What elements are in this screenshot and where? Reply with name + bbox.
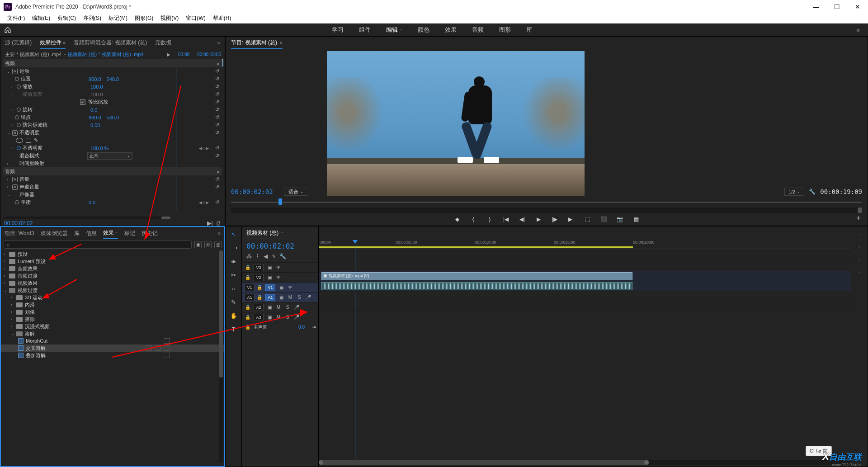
folder-immersive[interactable]: ›沉浸式视频: [1, 323, 224, 330]
step-forward-icon[interactable]: |▶: [551, 216, 558, 223]
reset-icon[interactable]: ↺: [215, 91, 219, 97]
menu-file[interactable]: 文件(F): [4, 14, 28, 22]
fx-cross-dissolve[interactable]: 交叉溶解: [1, 344, 224, 352]
workspace-learn[interactable]: 学习: [332, 24, 344, 36]
hamburger-icon[interactable]: ≡: [278, 40, 283, 45]
effects-search-input[interactable]: ⌕: [4, 241, 192, 249]
prop-rotation[interactable]: ›旋转0.0↺: [3, 106, 222, 113]
prop-antiflicker[interactable]: ›防闪烁滤镜0.00↺: [3, 121, 222, 129]
fx-morphcut[interactable]: MorphCut: [1, 337, 224, 344]
wrench-icon[interactable]: 🔧: [279, 253, 286, 259]
reset-icon[interactable]: ↺: [215, 122, 219, 128]
program-zoom-bar[interactable]: [231, 208, 862, 213]
collapse-icon[interactable]: ▲: [216, 169, 220, 174]
track-v3[interactable]: [319, 251, 851, 261]
menu-clip[interactable]: 剪辑(C): [54, 14, 80, 22]
home-icon[interactable]: [4, 26, 12, 33]
track-header-a1[interactable]: A1🔒A1▣MS🎤: [242, 292, 318, 302]
workspace-libraries[interactable]: 库: [526, 24, 532, 36]
prop-balance[interactable]: 平衡0.0◀ ◇ ▶↺: [3, 198, 222, 206]
toggle-output-icon[interactable]: ▣: [278, 284, 284, 291]
reset-icon[interactable]: ↺: [215, 153, 219, 159]
prop-uniform-scale[interactable]: ✓等比缩放↺: [3, 98, 222, 106]
ec-timecode[interactable]: 00:00:02:02: [4, 220, 33, 226]
razor-tool-icon[interactable]: ✂: [230, 271, 238, 279]
menu-help[interactable]: 帮助(H): [209, 14, 235, 22]
linked-selection-icon[interactable]: ⌇: [256, 253, 259, 259]
workspace-graphics[interactable]: 图形: [499, 24, 511, 36]
lift-icon[interactable]: ⬚: [584, 216, 591, 223]
fx-time-remap-row[interactable]: ›时间重映射: [3, 160, 222, 167]
reset-icon[interactable]: ↺: [215, 76, 219, 82]
mark-in-icon[interactable]: {: [470, 216, 477, 223]
audio-clip[interactable]: [321, 282, 632, 290]
minimize-button[interactable]: —: [806, 0, 826, 14]
reset-icon[interactable]: ↺: [215, 130, 219, 136]
folder-audio-effects[interactable]: ›音频效果: [1, 265, 224, 272]
program-video-display[interactable]: [327, 51, 585, 196]
workspace-assembly[interactable]: 组件: [359, 24, 371, 36]
fx-motion-row[interactable]: ⌄fx运动↺: [3, 67, 222, 75]
track-a3[interactable]: [319, 301, 851, 311]
rect-mask-icon[interactable]: [26, 138, 31, 143]
tab-sequence[interactable]: 视频素材 (总) ≡: [246, 227, 284, 239]
share-icon[interactable]: ⎙: [217, 220, 220, 226]
tab-info[interactable]: 信息: [86, 228, 97, 239]
voice-icon[interactable]: 🎤: [305, 294, 311, 301]
prop-scale[interactable]: ›缩放100.0↺: [3, 83, 222, 90]
lock-icon[interactable]: 🔒: [256, 294, 263, 301]
folder-iris[interactable]: ›划像: [1, 308, 224, 316]
lock-icon[interactable]: 🔒: [245, 304, 251, 311]
settings-icon[interactable]: ٩: [272, 253, 275, 259]
track-a1[interactable]: [319, 281, 851, 291]
tab-program[interactable]: 节目: 视频素材 (总) ≡: [231, 37, 283, 49]
workspace-effects[interactable]: 效果: [445, 24, 457, 36]
tab-effects[interactable]: 效果≡: [103, 228, 118, 239]
comparison-view-icon[interactable]: ▦: [632, 216, 640, 223]
hamburger-icon[interactable]: ≡: [115, 231, 118, 236]
workspace-overflow[interactable]: »: [852, 26, 864, 33]
eye-icon[interactable]: 👁: [275, 274, 282, 281]
maximize-button[interactable]: ☐: [826, 0, 847, 14]
work-area-bar[interactable]: [319, 246, 633, 248]
toggle-output-icon[interactable]: ▣: [266, 304, 273, 311]
track-select-tool-icon[interactable]: ⟶: [230, 244, 238, 252]
tab-source[interactable]: 源:(无剪辑): [5, 37, 32, 48]
slip-tool-icon[interactable]: ↔: [230, 284, 238, 292]
marker-icon[interactable]: ◀: [264, 253, 268, 259]
reset-icon[interactable]: ↺: [215, 99, 219, 105]
pen-tool-icon[interactable]: ✎: [230, 298, 238, 306]
panel-overflow[interactable]: »: [217, 230, 221, 236]
track-v2[interactable]: [319, 261, 851, 271]
browser-scrollbar[interactable]: [219, 250, 223, 462]
workspace-audio[interactable]: 音频: [472, 24, 484, 36]
reset-icon[interactable]: ↺: [215, 84, 219, 90]
go-to-in-icon[interactable]: |◀: [502, 216, 509, 223]
fx-opacity-row[interactable]: ⌄fx不透明度↺: [3, 129, 222, 137]
track-v1[interactable]: ▣ 视频素材 (总) .mp4 [V]: [319, 271, 851, 281]
menu-sequence[interactable]: 序列(S): [80, 14, 105, 22]
keyframe-nav-icon[interactable]: ◀ ◇ ▶: [199, 200, 208, 205]
selection-tool-icon[interactable]: ↖: [230, 230, 238, 238]
tab-audio-mixer[interactable]: 音频剪辑混合器: 视频素材 (总): [74, 37, 147, 48]
timeline-ruler[interactable]: :00:00 00:00:05:00 00:00:10:00 00:00:15:…: [319, 240, 851, 249]
prop-anchor[interactable]: 锚点960.0540.0↺: [3, 113, 222, 121]
tab-media-browser[interactable]: 媒体浏览器: [41, 228, 68, 239]
folder-video-effects[interactable]: ›视频效果: [1, 279, 224, 287]
resolution-dropdown[interactable]: 1/2⌄: [784, 188, 804, 196]
track-header-a2[interactable]: 🔒A2▣MS🎤: [242, 302, 318, 312]
reset-icon[interactable]: ↺: [215, 107, 219, 113]
tab-markers[interactable]: 标记: [124, 228, 135, 239]
ripple-edit-tool-icon[interactable]: ⇹: [230, 257, 238, 265]
fx-panner-row[interactable]: ⌄声像器: [3, 191, 222, 198]
accelerated-filter-icon[interactable]: ▣: [194, 241, 202, 248]
folder-lumetri-presets[interactable]: ›Lumetri 预设: [1, 258, 224, 265]
type-tool-icon[interactable]: T: [230, 325, 238, 333]
fx-channel-volume-row[interactable]: ›fx声道音量↺: [3, 183, 222, 191]
lock-icon[interactable]: 🔒: [256, 284, 263, 291]
hamburger-icon[interactable]: ≡: [400, 28, 402, 33]
pen-mask-icon[interactable]: ✎: [34, 137, 38, 143]
export-frame-icon[interactable]: ▶|: [207, 220, 213, 226]
close-button[interactable]: ✕: [847, 0, 868, 14]
video-clip[interactable]: ▣ 视频素材 (总) .mp4 [V]: [321, 272, 632, 280]
